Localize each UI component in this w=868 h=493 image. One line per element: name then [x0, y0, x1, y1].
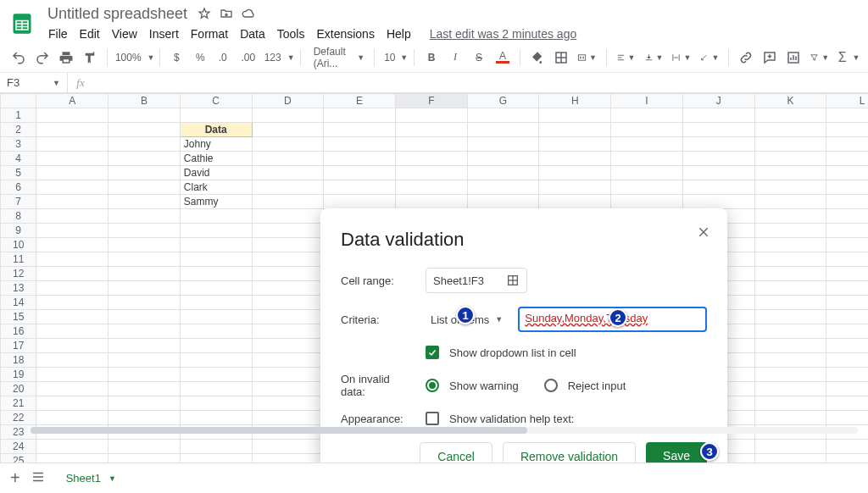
row-header-21[interactable]: 21: [1, 396, 36, 411]
cell-D2[interactable]: [252, 123, 324, 137]
row-header-14[interactable]: 14: [1, 296, 36, 310]
cell-L17[interactable]: [826, 339, 868, 353]
cell-E5[interactable]: [324, 166, 396, 180]
cell-A21[interactable]: [36, 396, 108, 411]
cell-K7[interactable]: [754, 195, 826, 209]
cell-L7[interactable]: [826, 195, 868, 209]
cell-G1[interactable]: [467, 108, 539, 123]
sheet-tab-1[interactable]: Sheet1▼: [56, 467, 126, 490]
cell-L20[interactable]: [826, 382, 868, 396]
cell-K24[interactable]: [754, 440, 826, 454]
row-header-2[interactable]: 2: [1, 123, 36, 137]
strike-button[interactable]: S: [469, 47, 489, 69]
col-header-G[interactable]: G: [467, 94, 539, 108]
move-icon[interactable]: [220, 7, 233, 20]
cell-J4[interactable]: [682, 152, 754, 166]
increase-decimal-button[interactable]: .00: [237, 47, 259, 69]
cell-L22[interactable]: [826, 411, 868, 425]
cell-C3[interactable]: Johny: [180, 137, 252, 152]
cell-L5[interactable]: [826, 166, 868, 180]
chart-button[interactable]: [783, 47, 804, 69]
cell-B20[interactable]: [108, 382, 181, 396]
cell-B15[interactable]: [108, 310, 181, 324]
menu-tools[interactable]: Tools: [273, 25, 309, 43]
cell-G7[interactable]: [467, 195, 539, 209]
cell-C17[interactable]: [180, 339, 252, 353]
cell-A6[interactable]: [36, 180, 108, 195]
cell-B17[interactable]: [108, 339, 181, 353]
cell-K21[interactable]: [754, 396, 826, 411]
cell-C1[interactable]: [180, 108, 252, 123]
cell-L1[interactable]: [826, 108, 868, 123]
cell-C24[interactable]: [180, 440, 252, 454]
col-header-B[interactable]: B: [108, 94, 181, 108]
cell-K14[interactable]: [754, 296, 826, 310]
cell-H3[interactable]: [539, 137, 611, 152]
wrap-button[interactable]: ▼: [669, 47, 693, 69]
cell-K9[interactable]: [754, 224, 826, 238]
cell-K20[interactable]: [754, 382, 826, 396]
cell-K19[interactable]: [754, 368, 826, 382]
cell-D18[interactable]: [252, 353, 324, 368]
cell-A10[interactable]: [36, 238, 108, 252]
cell-A24[interactable]: [36, 440, 108, 454]
cell-D15[interactable]: [252, 310, 324, 324]
cell-L3[interactable]: [826, 137, 868, 152]
cell-C2[interactable]: Data: [180, 123, 252, 137]
col-header-D[interactable]: D: [252, 94, 324, 108]
cell-D12[interactable]: [252, 267, 324, 281]
cell-F7[interactable]: [395, 195, 467, 209]
cell-L15[interactable]: [826, 310, 868, 324]
cell-A8[interactable]: [36, 209, 108, 224]
cell-A1[interactable]: [36, 108, 108, 123]
cell-A11[interactable]: [36, 252, 108, 267]
cell-B3[interactable]: [108, 137, 181, 152]
close-icon[interactable]: [697, 225, 710, 241]
cell-D11[interactable]: [252, 252, 324, 267]
cell-H2[interactable]: [539, 123, 611, 137]
cell-L11[interactable]: [826, 252, 868, 267]
italic-button[interactable]: I: [445, 47, 465, 69]
valign-button[interactable]: ▼: [642, 47, 666, 69]
menu-data[interactable]: Data: [236, 25, 270, 43]
cell-range-input[interactable]: Sheet1!F3: [426, 268, 527, 293]
cell-B11[interactable]: [108, 252, 181, 267]
row-header-20[interactable]: 20: [1, 382, 36, 396]
cell-A5[interactable]: [36, 166, 108, 180]
cell-J6[interactable]: [682, 180, 754, 195]
cell-F5[interactable]: [395, 166, 467, 180]
zoom-select[interactable]: 100%▼: [114, 47, 153, 69]
add-sheet-button[interactable]: +: [10, 468, 20, 488]
cell-H5[interactable]: [539, 166, 611, 180]
cell-E6[interactable]: [324, 180, 396, 195]
filter-button[interactable]: ▼: [807, 47, 832, 69]
cell-B16[interactable]: [108, 324, 181, 339]
percent-button[interactable]: %: [190, 47, 210, 69]
cell-D4[interactable]: [252, 152, 324, 166]
row-header-13[interactable]: 13: [1, 281, 36, 296]
cell-E7[interactable]: [324, 195, 396, 209]
cell-C16[interactable]: [180, 324, 252, 339]
cell-B5[interactable]: [108, 166, 181, 180]
cell-D7[interactable]: [252, 195, 324, 209]
cell-A20[interactable]: [36, 382, 108, 396]
cell-J5[interactable]: [682, 166, 754, 180]
col-header-J[interactable]: J: [682, 94, 754, 108]
cell-E3[interactable]: [324, 137, 396, 152]
menu-extensions[interactable]: Extensions: [312, 25, 378, 43]
cell-C11[interactable]: [180, 252, 252, 267]
cell-C10[interactable]: [180, 238, 252, 252]
cell-K3[interactable]: [754, 137, 826, 152]
cell-C15[interactable]: [180, 310, 252, 324]
cell-B14[interactable]: [108, 296, 181, 310]
cell-G2[interactable]: [467, 123, 539, 137]
col-header-H[interactable]: H: [539, 94, 611, 108]
cell-J3[interactable]: [682, 137, 754, 152]
row-header-22[interactable]: 22: [1, 411, 36, 425]
cell-B21[interactable]: [108, 396, 181, 411]
cell-C8[interactable]: [180, 209, 252, 224]
bold-button[interactable]: B: [421, 47, 442, 69]
col-header-E[interactable]: E: [324, 94, 396, 108]
cell-L13[interactable]: [826, 281, 868, 296]
cell-B1[interactable]: [108, 108, 181, 123]
